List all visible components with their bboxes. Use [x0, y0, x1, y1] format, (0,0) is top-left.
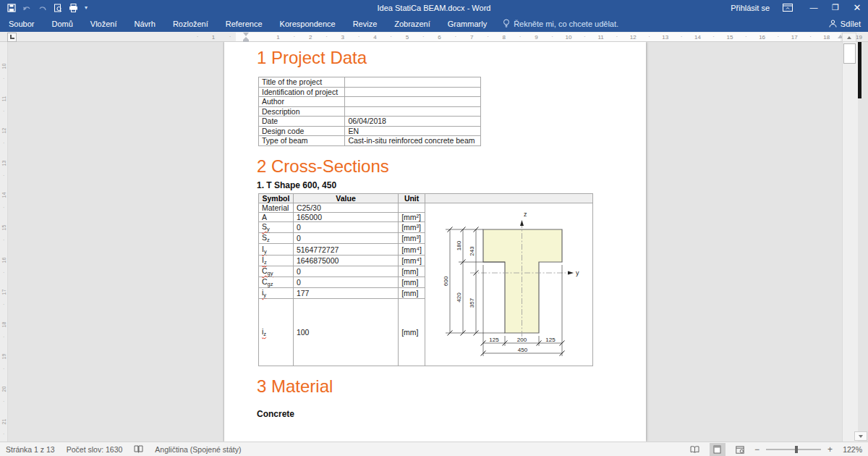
- y-axis-arrow: [568, 271, 574, 275]
- ruler-mark: 18: [823, 34, 830, 41]
- sign-in-link[interactable]: Přihlásit se: [731, 4, 770, 12]
- heading-cross-sections: 2 Cross-Sections: [257, 156, 389, 177]
- document-page[interactable]: 1 Project Data Title of the projectIdent…: [224, 42, 646, 442]
- close-button[interactable]: ✕: [846, 0, 868, 16]
- project-field-value: [345, 97, 481, 107]
- minimize-button[interactable]: —: [803, 0, 825, 16]
- tab-domů[interactable]: Domů: [43, 16, 81, 32]
- share-button[interactable]: Sdílet: [829, 16, 861, 32]
- word-window: ▾ Idea StatiCa BEAM.docx - Word Přihlási…: [0, 0, 868, 456]
- scroll-up-button[interactable]: [842, 33, 856, 42]
- col-header-unit: Unit: [399, 194, 425, 203]
- scrollbar-thumb[interactable]: [843, 43, 856, 64]
- project-data-table: Title of the projectIdentification of pr…: [258, 77, 481, 146]
- ruler-mark: 4: [373, 34, 376, 41]
- ribbon-tab-list: SouborDomůVloženíNávrhRozloženíReference…: [0, 16, 495, 32]
- ruler-mark: 17: [791, 34, 798, 41]
- vertical-scrollbar[interactable]: [842, 42, 858, 442]
- cs-unit: [mm]: [399, 266, 425, 276]
- cs-unit: [mm³]: [399, 233, 425, 244]
- web-layout-button[interactable]: [732, 443, 748, 456]
- tab-rozložení[interactable]: Rozložení: [164, 16, 217, 32]
- tab-korespondence[interactable]: Korespondence: [271, 16, 344, 32]
- cross-section-diagram: z y: [425, 203, 592, 366]
- zoom-out-button[interactable]: −: [754, 444, 760, 455]
- tab-reference[interactable]: Reference: [217, 16, 271, 32]
- ruler-mark: 21: [1, 418, 7, 426]
- ruler-mark: ·: [229, 33, 231, 40]
- scroll-down-button[interactable]: [854, 431, 867, 441]
- ruler-mark: 1: [276, 34, 279, 41]
- language-status[interactable]: Angličtina (Spojené státy): [155, 445, 241, 454]
- tab-soubor[interactable]: Soubor: [0, 16, 43, 32]
- dim-above-centroid: 243: [469, 246, 475, 256]
- zoom-slider[interactable]: [766, 449, 821, 450]
- ruler-mark: 13: [1, 159, 7, 167]
- ruler-mark: 19: [856, 34, 862, 41]
- cs-symbol: Cgz: [259, 276, 294, 287]
- ruler-mark: ·: [745, 33, 747, 40]
- zoom-level[interactable]: 122%: [839, 445, 862, 454]
- project-table-row: Date06/04/2018: [259, 117, 481, 127]
- ruler-mark: 15: [1, 224, 7, 232]
- word-count[interactable]: Počet slov: 1630: [67, 445, 123, 454]
- page-count[interactable]: Stránka 1 z 13: [6, 445, 55, 454]
- proofing-icon[interactable]: [134, 445, 143, 455]
- project-field-value: Cast-in-situ reinforced concrete beam: [345, 136, 481, 146]
- ruler-mark: 9: [535, 34, 537, 41]
- ruler-mark: ·: [294, 33, 296, 40]
- tell-me-box[interactable]: Řekněte mi, co chcete udělat.: [503, 19, 618, 29]
- dim-total-height: 600: [443, 276, 449, 286]
- project-field-label: Title of the project: [259, 77, 345, 88]
- ribbon-display-options-icon[interactable]: [783, 1, 793, 14]
- ruler-mark: ·: [3, 431, 4, 436]
- right-edge-bar: [858, 42, 861, 98]
- tab-grammarly[interactable]: Grammarly: [439, 16, 495, 32]
- zoom-in-button[interactable]: +: [827, 444, 833, 455]
- ruler-mark: ·: [551, 33, 553, 40]
- tab-zobrazení[interactable]: Zobrazení: [386, 16, 439, 32]
- project-table-row: Design codeEN: [259, 126, 481, 136]
- lightbulb-icon: [503, 19, 510, 29]
- zoom-slider-thumb[interactable]: [795, 446, 798, 453]
- ruler-mark: 12: [630, 34, 637, 41]
- tab-návrh[interactable]: Návrh: [126, 16, 164, 32]
- subheading-t-shape: 1. T Shape 600, 450: [257, 180, 336, 190]
- ruler-mark: ·: [519, 33, 522, 40]
- project-field-value: [345, 77, 481, 88]
- ruler-mark: 2: [309, 34, 312, 41]
- cs-symbol: Cgy: [259, 266, 294, 276]
- tab-revize[interactable]: Revize: [344, 16, 386, 32]
- cs-table-row: MaterialC25/30 z y: [259, 203, 593, 213]
- print-layout-button[interactable]: [710, 443, 726, 456]
- first-line-indent-marker[interactable]: [243, 33, 249, 36]
- document-area: 10·11·12·13·14·15·16·17·18·19·20·21· 1 P…: [0, 42, 868, 442]
- project-table-row: Author: [259, 97, 481, 107]
- ruler-mark: ·: [455, 33, 457, 40]
- ruler-row: 12345678910111213141516171819···········…: [0, 32, 868, 42]
- ruler-mark: ·: [326, 33, 328, 40]
- ribbon-tab-row: SouborDomůVloženíNávrhRozloženíReference…: [0, 16, 868, 32]
- project-table-body: Title of the projectIdentification of pr…: [259, 77, 481, 146]
- ruler-mark: ·: [3, 302, 4, 307]
- ruler-mark: ·: [3, 399, 4, 404]
- read-mode-button[interactable]: [687, 443, 703, 456]
- cs-symbol: A: [259, 213, 294, 222]
- ruler-mark: ·: [422, 33, 425, 40]
- restore-button[interactable]: ❐: [825, 0, 846, 16]
- cross-section-table-body: Symbol Value Unit MaterialC25/30 z y: [259, 194, 593, 366]
- ruler-mark: 6: [438, 34, 441, 41]
- ruler-mark: ·: [3, 76, 4, 81]
- ruler-mark: 19: [1, 352, 7, 360]
- project-field-label: Author: [259, 97, 345, 107]
- cs-value: 0: [293, 233, 398, 244]
- cs-symbol: Iz: [259, 255, 294, 266]
- tab-vložení[interactable]: Vložení: [82, 16, 126, 32]
- ruler-mark: 15: [727, 34, 733, 41]
- ruler-mark: 5: [406, 34, 409, 41]
- ruler-mark: ·: [3, 334, 4, 339]
- cs-unit: [mm]: [399, 299, 425, 366]
- cs-value: 1646875000: [293, 255, 398, 266]
- ruler-mark: ·: [616, 33, 618, 40]
- col-header-diagram: [425, 194, 593, 203]
